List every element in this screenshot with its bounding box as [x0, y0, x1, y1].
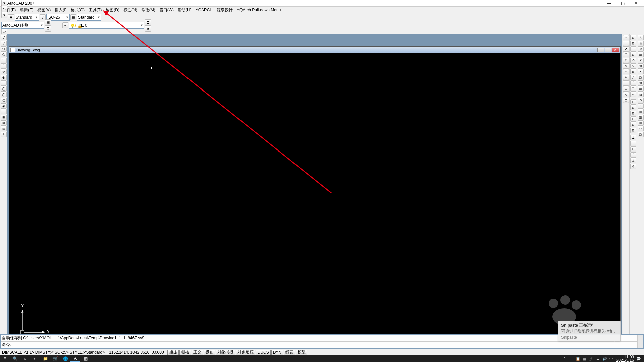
command-scrollbar[interactable] — [637, 335, 643, 348]
tray-icon-1[interactable]: ⟂ — [569, 356, 574, 361]
inquiry-tool-23[interactable]: ⊥ — [630, 158, 636, 163]
draw-tool-7[interactable]: ◐ — [1, 75, 7, 80]
modify-tool-17[interactable]: ▢ — [638, 132, 644, 137]
layer-tool-left-0[interactable]: ≡ — [62, 22, 68, 28]
inquiry-tool-17[interactable]: ⊡ — [630, 128, 636, 133]
taskbar-app-3[interactable]: e — [30, 355, 40, 362]
menu-2[interactable]: 视图(V) — [35, 7, 53, 14]
close-button[interactable]: ✕ — [629, 0, 643, 6]
draw-tool-2[interactable]: ⬠ — [1, 46, 7, 52]
draw-tool-0[interactable]: ╱ — [1, 35, 7, 40]
draw-tool-11[interactable]: ▢ — [1, 98, 7, 103]
status-toggle-5[interactable]: 对象追踪 — [236, 350, 255, 355]
draw-tool-10[interactable]: ◯ — [1, 92, 7, 97]
text-style-combo[interactable]: Standard▼ — [15, 14, 39, 21]
modify-tool-10[interactable]: ⊟ — [638, 92, 644, 97]
menu-5[interactable]: 工具(T) — [87, 7, 104, 14]
modify-tool-9[interactable]: ▦ — [638, 86, 644, 92]
std-tool-13[interactable]: ↷ — [1, 6, 7, 12]
status-toggle-2[interactable]: 正交 — [192, 350, 203, 355]
inquiry-tool-16[interactable]: ⊡ — [630, 122, 636, 127]
command-input[interactable]: 命令: — [1, 341, 643, 348]
status-toggle-9[interactable]: 模型 — [296, 350, 307, 355]
taskbar-app-0[interactable]: ⊞ — [0, 355, 10, 362]
drawing-minimize-button[interactable]: — — [597, 48, 604, 52]
draw-tool-13[interactable]: · — [1, 109, 7, 114]
status-toggle-6[interactable]: DUCS — [256, 350, 271, 355]
draw-tool-15[interactable]: ⊞ — [1, 120, 7, 126]
inquiry-tool-20[interactable]: ⟂ — [630, 141, 636, 146]
dim-tool-1[interactable]: ↕ — [623, 41, 629, 46]
taskbar-app-8[interactable]: ▦ — [80, 355, 91, 362]
dim-tool-7[interactable]: A — [623, 75, 629, 80]
inquiry-tool-0[interactable]: ⊡ — [630, 35, 636, 40]
std-tool-14[interactable]: ▾ — [1, 12, 7, 18]
inquiry-tool-15[interactable]: ⊡ — [630, 116, 636, 122]
inquiry-tool-5[interactable]: ↘ — [630, 63, 636, 69]
taskbar-app-6[interactable]: 🌐 — [60, 355, 70, 362]
modify-tool-8[interactable]: ⟲ — [638, 80, 644, 86]
drawing-canvas[interactable]: X Y — [9, 53, 620, 340]
status-toggle-0[interactable]: 捕捉 — [167, 350, 179, 355]
dim-tool-9[interactable]: ⊡ — [623, 86, 629, 92]
modify-tool-14[interactable]: ◫ — [638, 115, 644, 120]
tray-icon-4[interactable]: 拼 — [589, 356, 594, 361]
draw-tool-1[interactable]: ╱ — [1, 41, 7, 46]
menu-3[interactable]: 插入(I) — [53, 7, 68, 14]
menu-13[interactable]: YQArch Pull-down Menu — [235, 7, 283, 13]
status-toggle-8[interactable]: 线宽 — [284, 350, 295, 355]
notifications-icon[interactable]: 💬 — [636, 356, 641, 361]
draw-tool-12[interactable]: ◉ — [1, 103, 7, 109]
command-window[interactable]: 自动保存到 C:\Users\XIAOHU~1\AppData\Local\Te… — [0, 334, 644, 349]
draw-tool-4[interactable]: ⌒ — [1, 58, 7, 63]
modify-tool-13[interactable]: ◫ — [638, 109, 644, 114]
drawing-close-button[interactable]: ✕ — [612, 48, 619, 52]
menu-12[interactable]: 源泉设计 — [215, 7, 235, 14]
dim-tool-3[interactable]: ⌒ — [623, 52, 629, 57]
status-toggle-3[interactable]: 极轴 — [204, 350, 215, 355]
taskbar-app-2[interactable]: ○ — [20, 355, 30, 362]
draw-tool-5[interactable]: ⌒ — [1, 63, 7, 69]
menu-4[interactable]: 格式(O) — [69, 7, 87, 14]
menu-1[interactable]: 编辑(E) — [18, 7, 35, 14]
table-style-combo[interactable]: Standard▼ — [77, 14, 101, 21]
draw-tool-6[interactable]: ⊙ — [1, 69, 7, 74]
tray-icon-0[interactable]: ^ — [562, 356, 567, 361]
dim-tool-11[interactable]: ⊡ — [623, 98, 629, 103]
inquiry-tool-3[interactable]: ⊡ — [630, 52, 636, 57]
inquiry-tool-1[interactable]: ⊡ — [630, 41, 636, 46]
drawing-maximize-button[interactable]: ▢ — [605, 48, 611, 52]
menu-10[interactable]: 帮助(H) — [176, 7, 194, 14]
menu-8[interactable]: 修改(M) — [139, 7, 157, 14]
draw-tool-14[interactable]: ⊞ — [1, 115, 7, 120]
ws-tool-0[interactable]: ▦ — [45, 19, 51, 25]
modify-tool-12[interactable]: A — [638, 103, 644, 109]
dim-tool-10[interactable]: A — [623, 92, 629, 97]
dim-tool-2[interactable]: ↗ — [623, 46, 629, 52]
modify-tool-0[interactable]: ✎ — [638, 35, 644, 40]
status-toggle-7[interactable]: DYN — [271, 350, 283, 355]
modify-tool-15[interactable]: ◫ — [638, 120, 644, 126]
draw-tool-8[interactable]: ~ — [1, 80, 7, 86]
taskbar-app-7[interactable]: A — [70, 355, 80, 362]
drawing-titlebar[interactable]: Drawing1.dwg — ▢ ✕ — [9, 47, 620, 53]
modify-tool-6[interactable]: + — [638, 69, 644, 74]
tray-icon-3[interactable]: ▦ — [582, 356, 587, 361]
tray-clock[interactable]: 11:03 2021/3/16 — [616, 355, 634, 362]
draw-tool-9[interactable]: ◯ — [1, 86, 7, 92]
workspace-combo[interactable]: AutoCAD 经典▼ — [1, 22, 44, 29]
menu-9[interactable]: 窗口(W) — [157, 7, 176, 14]
tray-icon-5[interactable]: ☁ — [595, 356, 601, 361]
inquiry-tool-9[interactable]: ⌒ — [630, 86, 636, 92]
inquiry-tool-24[interactable]: ⊙ — [630, 164, 636, 169]
inquiry-tool-12[interactable]: ⊡ — [630, 99, 636, 105]
dim-tool-6[interactable]: ≡ — [623, 69, 629, 74]
inquiry-tool-14[interactable]: ⊡ — [630, 111, 636, 116]
menu-11[interactable]: YQARCH — [194, 7, 215, 13]
taskbar-app-1[interactable]: 🔍 — [10, 355, 20, 362]
taskbar-app-4[interactable]: 📁 — [40, 355, 50, 362]
menu-7[interactable]: 标注(N) — [121, 7, 139, 14]
std-tool-12[interactable]: ▾ — [1, 0, 7, 6]
inquiry-tool-2[interactable]: + — [630, 46, 636, 52]
draw-tool-16[interactable]: ▤ — [1, 126, 7, 131]
